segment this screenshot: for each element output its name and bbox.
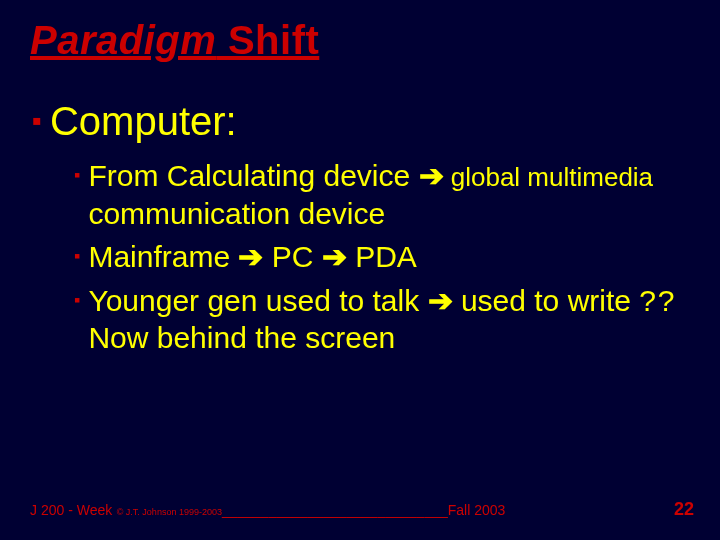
list-item: ▪ Younger gen used to talk ➔ used to wri… xyxy=(74,282,690,357)
footer-copyright: © J.T. Johnson 1999-2003 xyxy=(114,507,222,517)
heading-row: ▪ Computer: xyxy=(32,99,690,143)
page-number: 22 xyxy=(674,499,694,520)
bullet-square-icon: ▪ xyxy=(74,291,80,309)
arrow-icon: ➔ xyxy=(238,240,263,273)
arrow-icon: ➔ xyxy=(428,284,453,317)
bullet-square-icon: ▪ xyxy=(32,107,42,135)
footer: J 200 - Week © J.T. Johnson 1999-2003___… xyxy=(30,502,690,518)
list-item: ▪ From Calculating device ➔ global multi… xyxy=(74,157,690,232)
bullet-list: ▪ From Calculating device ➔ global multi… xyxy=(74,157,690,357)
footer-course: J 200 - Week xyxy=(30,502,112,518)
arrow-icon: ➔ xyxy=(419,159,444,192)
footer-term: Fall 2003 xyxy=(448,502,506,518)
bullet-square-icon: ▪ xyxy=(74,166,80,184)
list-item-text: From Calculating device ➔ global multime… xyxy=(88,157,690,232)
list-item: ▪ Mainframe ➔ PC ➔ PDA xyxy=(74,238,690,276)
slide-title: Paradigm Shift xyxy=(30,18,690,63)
footer-line: _____________________________ xyxy=(222,502,448,518)
text-fragment-small: global multimedia xyxy=(444,162,654,192)
text-fragment: PC xyxy=(263,240,321,273)
title-rest: Shift xyxy=(216,18,319,62)
heading-text: Computer: xyxy=(50,99,237,143)
title-italic: Paradigm xyxy=(30,18,216,62)
text-fragment: Mainframe xyxy=(88,240,238,273)
list-item-text: Younger gen used to talk ➔ used to write… xyxy=(88,282,690,357)
arrow-icon: ➔ xyxy=(322,240,347,273)
text-fragment: PDA xyxy=(347,240,417,273)
text-fragment: Younger gen used to talk xyxy=(88,284,427,317)
bullet-square-icon: ▪ xyxy=(74,247,80,265)
text-fragment: communication device xyxy=(88,197,385,230)
slide: Paradigm Shift ▪ Computer: ▪ From Calcul… xyxy=(0,0,720,540)
list-item-text: Mainframe ➔ PC ➔ PDA xyxy=(88,238,416,276)
text-fragment: From Calculating device xyxy=(88,159,418,192)
